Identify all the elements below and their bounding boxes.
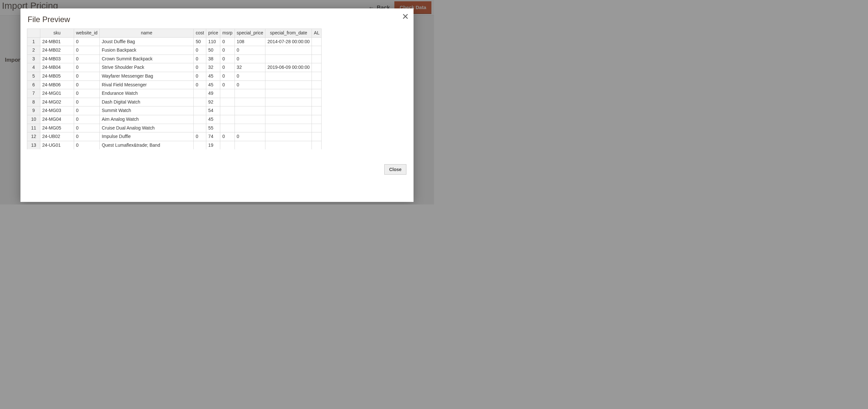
cell-msrp [220, 124, 235, 132]
cell-extra [312, 141, 321, 150]
cell-sku: 24-MB03 [40, 55, 74, 63]
cell-name: Strive Shoulder Pack [100, 63, 194, 72]
cell-cost [194, 106, 206, 115]
table-row: 524-MB050Wayfarer Messenger Bag04500 [27, 72, 321, 80]
cell-price: 49 [206, 89, 220, 98]
cell-sku: 24-UB02 [40, 132, 74, 141]
cell-price: 32 [206, 63, 220, 72]
file-preview-modal: ✕ File Preview sku website_id name cost … [21, 8, 413, 202]
cell-extra [312, 55, 321, 63]
table-row: 724-MG010Endurance Watch49 [27, 89, 321, 98]
table-row: 1124-MG050Cruise Dual Analog Watch55 [27, 124, 321, 132]
cell-sku: 24-MB06 [40, 80, 74, 89]
cell-extra [312, 89, 321, 98]
cell-name: Joust Duffle Bag [100, 37, 194, 46]
cell-special-from-date [266, 141, 312, 150]
cell-msrp [220, 115, 235, 124]
cell-msrp [220, 141, 235, 150]
cell-cost [194, 141, 206, 150]
cell-special-from-date [266, 98, 312, 106]
preview-table-scroll[interactable]: sku website_id name cost price msrp spec… [27, 29, 407, 152]
cell-msrp [220, 98, 235, 106]
cell-name: Pursuit Lumaflex&trade; Tone Band [100, 150, 194, 152]
cell-special-price [235, 98, 266, 106]
cell-cost: 0 [194, 72, 206, 80]
col-name: name [100, 29, 194, 38]
cell-rownum: 10 [27, 115, 40, 124]
cell-rownum: 3 [27, 55, 40, 63]
cell-cost [194, 89, 206, 98]
table-row: 824-MG020Dash Digital Watch92 [27, 98, 321, 106]
cell-cost [194, 98, 206, 106]
col-cost: cost [194, 29, 206, 38]
cell-special-price [235, 150, 266, 152]
cell-extra [312, 106, 321, 115]
cell-extra [312, 63, 321, 72]
table-row: 324-MB030Crown Summit Backpack03800 [27, 55, 321, 63]
cell-special-price [235, 106, 266, 115]
cell-sku: 24-UG02 [40, 150, 74, 152]
cell-special-price: 0 [235, 46, 266, 55]
modal-title: File Preview [28, 15, 407, 24]
cell-website-id: 0 [74, 124, 100, 132]
cell-extra [312, 150, 321, 152]
cell-name: Wayfarer Messenger Bag [100, 72, 194, 80]
col-sku: sku [40, 29, 74, 38]
cell-extra [312, 72, 321, 80]
table-row: 924-MG030Summit Watch54 [27, 106, 321, 115]
cell-msrp [220, 89, 235, 98]
cell-special-from-date [266, 150, 312, 152]
cell-rownum: 14 [27, 150, 40, 152]
cell-special-from-date [266, 115, 312, 124]
cell-special-from-date [266, 124, 312, 132]
cell-special-price: 32 [235, 63, 266, 72]
col-rownum [27, 29, 40, 38]
cell-website-id: 0 [74, 106, 100, 115]
cell-sku: 24-MB02 [40, 46, 74, 55]
col-special-from-date: special_from_date [266, 29, 312, 38]
cell-special-price: 0 [235, 132, 266, 141]
cell-name: Aim Analog Watch [100, 115, 194, 124]
cell-extra [312, 124, 321, 132]
cell-rownum: 2 [27, 46, 40, 55]
cell-name: Cruise Dual Analog Watch [100, 124, 194, 132]
cell-special-from-date [266, 132, 312, 141]
cell-name: Crown Summit Backpack [100, 55, 194, 63]
cell-cost: 0 [194, 46, 206, 55]
cell-website-id: 0 [74, 46, 100, 55]
cell-extra [312, 115, 321, 124]
cell-price: 54 [206, 106, 220, 115]
cell-cost [194, 124, 206, 132]
cell-special-price: 0 [235, 72, 266, 80]
cell-msrp: 0 [220, 72, 235, 80]
cell-price: 45 [206, 80, 220, 89]
cell-price: 45 [206, 72, 220, 80]
cell-special-from-date [266, 72, 312, 80]
cell-rownum: 9 [27, 106, 40, 115]
cell-special-from-date [266, 55, 312, 63]
close-button[interactable]: Close [384, 164, 406, 175]
cell-rownum: 6 [27, 80, 40, 89]
table-row: 424-MB040Strive Shoulder Pack0320322019-… [27, 63, 321, 72]
cell-price: 110 [206, 37, 220, 46]
cell-sku: 24-MG05 [40, 124, 74, 132]
cell-website-id: 0 [74, 37, 100, 46]
cell-rownum: 12 [27, 132, 40, 141]
cell-website-id: 0 [74, 55, 100, 63]
cell-rownum: 4 [27, 63, 40, 72]
cell-website-id: 0 [74, 80, 100, 89]
cell-name: Endurance Watch [100, 89, 194, 98]
close-icon[interactable]: ✕ [402, 12, 409, 21]
cell-website-id: 0 [74, 63, 100, 72]
cell-cost: 0 [194, 63, 206, 72]
cell-website-id: 0 [74, 141, 100, 150]
cell-website-id: 0 [74, 72, 100, 80]
cell-sku: 24-MB05 [40, 72, 74, 80]
cell-msrp [220, 106, 235, 115]
cell-name: Fusion Backpack [100, 46, 194, 55]
cell-price: 92 [206, 98, 220, 106]
cell-sku: 24-MG04 [40, 115, 74, 124]
col-price: price [206, 29, 220, 38]
cell-msrp: 0 [220, 132, 235, 141]
table-row: 624-MB060Rival Field Messenger04500 [27, 80, 321, 89]
